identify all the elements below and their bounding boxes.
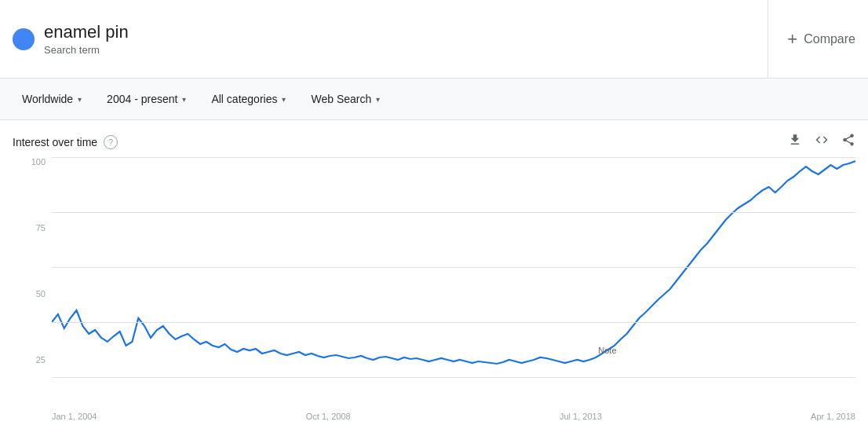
- region-chevron-icon: ▾: [78, 95, 82, 104]
- category-filter-label: All categories: [211, 93, 277, 105]
- y-label-75: 75: [36, 223, 46, 233]
- compare-label: Compare: [804, 32, 855, 46]
- share-icon[interactable]: [841, 133, 855, 151]
- grid-line-100: [52, 157, 855, 158]
- x-label-2013: Jul 1, 2013: [560, 412, 602, 421]
- time-range-filter[interactable]: 2004 - present ▾: [97, 88, 195, 110]
- y-axis: 100 75 50 25: [13, 157, 52, 424]
- x-label-2018: Apr 1, 2018: [811, 412, 855, 421]
- y-label-25: 25: [36, 355, 46, 365]
- search-term-title: enamel pin: [44, 22, 129, 42]
- x-label-2004: Jan 1, 2004: [52, 412, 97, 421]
- time-range-filter-label: 2004 - present: [107, 93, 177, 105]
- interest-over-time-section: Interest over time ? 100 75 50 25: [0, 120, 868, 424]
- x-label-2008: Oct 1, 2008: [306, 412, 351, 421]
- search-term-type: Search term: [44, 44, 129, 56]
- search-type-filter-label: Web Search: [311, 93, 371, 105]
- note-label: Note: [598, 346, 616, 355]
- header: enamel pin Search term + Compare: [0, 0, 868, 79]
- search-term-block: enamel pin Search term: [13, 0, 768, 78]
- y-label-50: 50: [36, 289, 46, 299]
- compare-plus-icon: +: [787, 29, 797, 49]
- category-filter[interactable]: All categories ▾: [202, 88, 295, 110]
- search-type-filter[interactable]: Web Search ▾: [301, 88, 389, 110]
- category-chevron-icon: ▾: [282, 95, 286, 104]
- grid-line-50: [52, 267, 855, 268]
- section-actions: [788, 133, 855, 151]
- filters-bar: Worldwide ▾ 2004 - present ▾ All categor…: [0, 79, 868, 120]
- region-filter-label: Worldwide: [22, 93, 73, 105]
- x-axis-labels: Jan 1, 2004 Oct 1, 2008 Jul 1, 2013 Apr …: [52, 409, 855, 424]
- grid-line-75: [52, 212, 855, 213]
- grid-line-25: [52, 322, 855, 323]
- region-filter[interactable]: Worldwide ▾: [13, 88, 91, 110]
- section-title: Interest over time: [13, 136, 97, 148]
- section-title-group: Interest over time ?: [13, 135, 118, 149]
- term-text-block: enamel pin Search term: [44, 22, 129, 56]
- embed-code-icon[interactable]: [815, 133, 829, 151]
- grid-line-0: [52, 377, 855, 378]
- compare-button[interactable]: + Compare: [768, 29, 855, 49]
- search-type-chevron-icon: ▾: [376, 95, 380, 104]
- chart-plot-area: Note: [52, 157, 855, 377]
- chart-container: 100 75 50 25 Note Jan 1, 2004 Oct 1, 200…: [13, 157, 855, 424]
- y-label-100: 100: [31, 157, 46, 167]
- help-icon[interactable]: ?: [104, 135, 118, 149]
- time-range-chevron-icon: ▾: [182, 95, 186, 104]
- download-icon[interactable]: [788, 133, 802, 151]
- section-header: Interest over time ?: [13, 133, 855, 151]
- search-term-color-dot: [13, 28, 35, 50]
